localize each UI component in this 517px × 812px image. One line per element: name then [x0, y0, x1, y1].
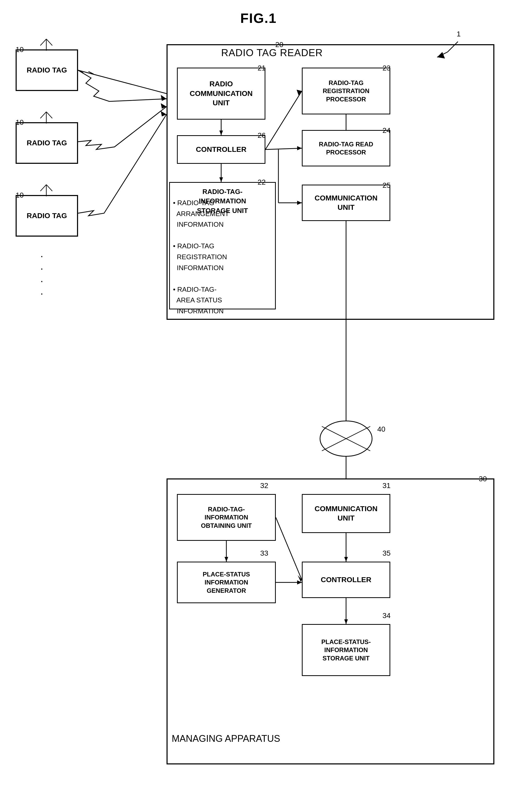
managing-apparatus-label: MANAGING APPARATUS: [172, 733, 280, 744]
svg-line-7: [40, 112, 46, 118]
ref-33: 33: [260, 549, 268, 557]
box-24-radio-tag-read-processor: RADIO-TAG READPROCESSOR: [302, 130, 390, 166]
ref-34: 34: [382, 612, 390, 620]
radio-tag-reg-processor-text: RADIO-TAGREGISTRATIONPROCESSOR: [303, 68, 389, 114]
svg-line-5: [46, 39, 52, 46]
radio-tag-3-text: RADIO TAG: [17, 196, 77, 236]
radio-tag-box-3: RADIO TAG: [16, 195, 78, 237]
ref-10-2: 10: [16, 118, 24, 127]
ref-26: 26: [257, 131, 266, 140]
ref-35: 35: [382, 549, 390, 557]
radio-tag-reader-label: RADIO TAG READER: [221, 47, 323, 58]
svg-marker-17: [161, 111, 166, 116]
svg-line-8: [46, 112, 52, 118]
communication-unit-31-text: COMMUNICATIONUNIT: [303, 495, 389, 532]
box-23-radio-tag-reg-processor: RADIO-TAGREGISTRATIONPROCESSOR: [302, 67, 390, 114]
ref-32: 32: [260, 482, 268, 490]
place-status-storage-text: PLACE-STATUS-INFORMATIONSTORAGE UNIT: [303, 625, 389, 675]
svg-line-14: [88, 71, 94, 74]
svg-line-11: [46, 184, 52, 191]
box-31-communication-unit: COMMUNICATIONUNIT: [302, 494, 390, 533]
ref-22: 22: [257, 178, 266, 186]
radio-tag-read-processor-text: RADIO-TAG READPROCESSOR: [303, 131, 389, 166]
box-32-radio-tag-info-obtaining: RADIO-TAG-INFORMATIONOBTAINING UNIT: [177, 494, 276, 541]
svg-marker-16: [161, 103, 166, 109]
ref-1: 1: [457, 30, 461, 38]
box-35-controller: CONTROLLER: [302, 561, 390, 598]
svg-line-43: [322, 427, 370, 451]
box-21-radio-communication-unit: RADIOCOMMUNICATIONUNIT: [177, 67, 265, 120]
page-title: FIG.1: [0, 0, 517, 31]
radio-communication-unit-text: RADIOCOMMUNICATIONUNIT: [178, 68, 265, 119]
radio-tag-info-obtaining-text: RADIO-TAG-INFORMATIONOBTAINING UNIT: [178, 495, 275, 540]
ref-24: 24: [382, 126, 390, 135]
radio-tag-2-text: RADIO TAG: [17, 123, 77, 163]
svg-marker-15: [161, 95, 166, 101]
info-text: • RADIO-TAG ARRANGEMENT INFORMATION • RA…: [173, 198, 229, 317]
place-status-gen-text: PLACE-STATUSINFORMATIONGENERATOR: [178, 562, 275, 603]
svg-point-42: [320, 421, 372, 456]
box-25-communication-unit: COMMUNICATIONUNIT: [302, 184, 390, 221]
box-33-place-status-info-generator: PLACE-STATUSINFORMATIONGENERATOR: [177, 561, 276, 603]
ref-31: 31: [382, 482, 390, 490]
svg-line-13: [78, 70, 83, 73]
svg-line-4: [40, 39, 46, 46]
box-26-controller: CONTROLLER: [177, 135, 265, 164]
box-34-place-status-info-storage: PLACE-STATUS-INFORMATIONSTORAGE UNIT: [302, 624, 390, 676]
diagram-container: FIG.1: [0, 0, 517, 795]
ref-10-3: 10: [16, 191, 24, 199]
ref-10-1: 10: [16, 46, 24, 54]
ref-21: 21: [257, 64, 266, 72]
controller-26-text: CONTROLLER: [178, 136, 265, 163]
svg-line-12: [78, 70, 166, 94]
radio-tag-box-1: RADIO TAG: [16, 50, 78, 91]
ref-25: 25: [382, 181, 390, 190]
ref-23: 23: [382, 64, 390, 72]
dots: ····: [40, 250, 43, 299]
svg-line-44: [322, 427, 370, 451]
communication-unit-25-text: COMMUNICATIONUNIT: [303, 185, 389, 220]
ref-30: 30: [479, 475, 487, 483]
radio-tag-1-text: RADIO TAG: [17, 51, 77, 90]
controller-35-text: CONTROLLER: [303, 562, 389, 597]
ref-20: 20: [275, 40, 283, 49]
ref-40: 40: [377, 425, 385, 433]
svg-line-10: [40, 184, 46, 191]
radio-tag-box-2: RADIO TAG: [16, 122, 78, 164]
